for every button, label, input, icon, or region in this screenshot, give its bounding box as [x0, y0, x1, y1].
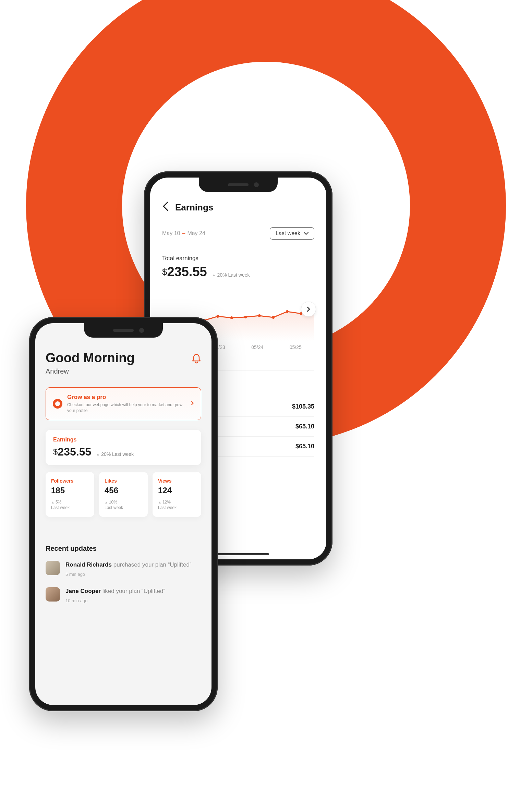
earnings-label: Earnings	[53, 437, 194, 443]
stat-label: Views	[158, 478, 196, 484]
total-earnings-value: $235.55	[162, 265, 207, 279]
page-title: Earnings	[175, 202, 213, 213]
chevron-right-icon	[191, 400, 194, 407]
svg-point-5	[230, 316, 233, 319]
update-time: 10 min ago	[65, 598, 201, 603]
grow-title: Grow as a pro	[67, 394, 186, 401]
chevron-down-icon	[304, 232, 309, 235]
period-select[interactable]: Last week	[270, 227, 314, 240]
phone-notch	[199, 178, 278, 192]
phone-mockup-home: Good Morning Andrew Grow as a pro Checko…	[29, 317, 218, 711]
svg-point-9	[286, 310, 289, 313]
stat-label: Followers	[51, 478, 89, 484]
phone-notch	[84, 323, 163, 338]
stats-grid: Followers 185 ▲5%Last week Likes 456 ▲10…	[46, 472, 201, 517]
stat-value: 124	[158, 486, 196, 495]
stat-label: Likes	[105, 478, 142, 484]
grow-pro-card[interactable]: Grow as a pro Checkout our webpage which…	[46, 387, 201, 420]
svg-point-7	[258, 314, 261, 317]
grow-subtitle: Checkout our webpage which will help you…	[67, 402, 186, 414]
stat-value: 185	[51, 486, 89, 495]
total-earnings-label: Total earnings	[162, 255, 314, 262]
earnings-summary-card[interactable]: Earnings $235.55 ▲20% Last week	[46, 430, 201, 465]
stat-delta: ▲10%Last week	[105, 499, 142, 511]
earnings-delta: ▲20% Last week	[96, 451, 134, 457]
svg-point-4	[216, 315, 219, 318]
stat-card-views[interactable]: Views 124 ▲12%Last week	[153, 472, 201, 517]
avatar	[46, 561, 60, 575]
chart-next-button[interactable]	[301, 302, 316, 317]
date-range: May 10–May 24	[162, 230, 205, 236]
back-chevron-icon[interactable]	[162, 202, 168, 214]
recent-updates-section: Recent updates Ronald Richards purchased…	[46, 534, 201, 603]
stat-delta: ▲12%Last week	[158, 499, 196, 511]
username: Andrew	[46, 367, 135, 375]
earnings-value: $235.55	[53, 446, 91, 458]
update-message: Jane Cooper liked your plan “Uplifted”	[65, 587, 201, 595]
stat-value: 456	[105, 486, 142, 495]
total-earnings-delta: ▲20% Last week	[212, 272, 250, 278]
update-item[interactable]: Jane Cooper liked your plan “Uplifted” 1…	[46, 587, 201, 603]
chevron-right-icon	[307, 306, 310, 312]
update-message: Ronald Richards purchased your plan “Upl…	[65, 561, 201, 569]
update-time: 5 min ago	[65, 572, 201, 577]
update-item[interactable]: Ronald Richards purchased your plan “Upl…	[46, 561, 201, 577]
stat-delta: ▲5%Last week	[51, 499, 89, 511]
stat-card-likes[interactable]: Likes 456 ▲10%Last week	[99, 472, 148, 517]
recent-updates-title: Recent updates	[46, 545, 201, 553]
avatar	[46, 587, 60, 602]
greeting-title: Good Morning	[46, 351, 135, 365]
svg-point-6	[244, 316, 247, 318]
ring-icon	[53, 399, 62, 409]
svg-point-8	[272, 316, 275, 319]
stat-card-followers[interactable]: Followers 185 ▲5%Last week	[46, 472, 94, 517]
bell-icon[interactable]	[192, 353, 201, 366]
